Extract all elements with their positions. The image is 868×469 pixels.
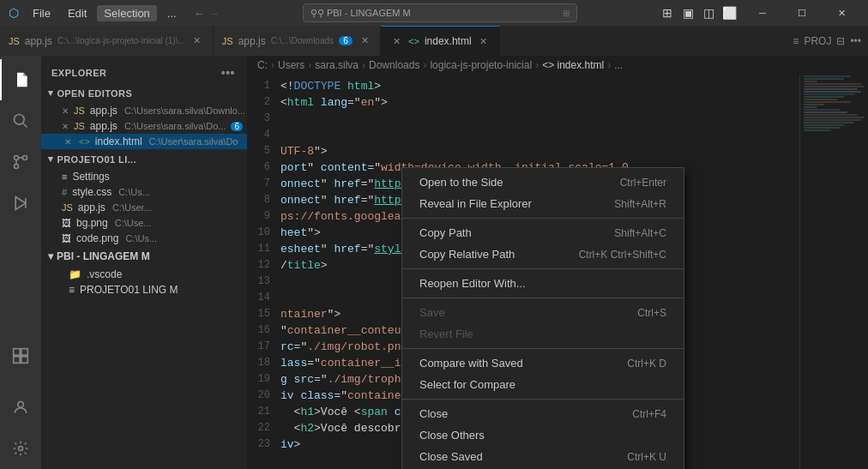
ctx-shortcut: Shift+Alt+C — [614, 227, 666, 239]
proj-label: PROJ — [804, 35, 831, 47]
tab-appjs-1[interactable]: JS app.js C:\...\logica-js-projeto-inici… — [0, 26, 214, 56]
ctx-reopen-with[interactable]: Reopen Editor With... — [402, 273, 684, 294]
tab-proj[interactable]: ≡ PROJ ⊟ ••• — [786, 26, 868, 56]
breadcrumb-file[interactable]: <> index.html — [542, 59, 604, 71]
file-item-codepng[interactable]: 🖼 code.png C:\Us... — [41, 231, 247, 246]
minimap-line — [804, 91, 861, 93]
minimize-button[interactable]: ─ — [743, 0, 782, 26]
tab-close-1[interactable]: ✕ — [190, 34, 204, 48]
ctx-copy-path[interactable]: Copy Path Shift+Alt+C — [402, 222, 684, 244]
line-number: 9 — [250, 208, 280, 225]
breadcrumb-project[interactable]: logica-js-projeto-inicial — [430, 59, 532, 71]
project2-header[interactable]: ▾ PBI - LINGAGEM M — [41, 248, 247, 265]
minimap-line — [804, 124, 844, 126]
sidebar-header-icons: ••• — [220, 64, 237, 81]
breadcrumb-c[interactable]: C: — [257, 59, 268, 71]
close-icon[interactable]: ✕ — [62, 135, 74, 147]
close-button[interactable]: ✕ — [822, 0, 861, 26]
file-item-stylecss[interactable]: # style.css C:\Us... — [41, 184, 247, 200]
ctx-sep-4 — [402, 348, 684, 349]
breadcrumb-more[interactable]: ... — [614, 59, 623, 71]
tab-indexhtml[interactable]: ✕ <> index.html ✕ — [381, 26, 500, 56]
file-name: bg.png — [76, 217, 108, 229]
activity-settings[interactable] — [0, 428, 41, 469]
ctx-select-compare[interactable]: Select for Compare — [402, 374, 684, 395]
ctx-open-side[interactable]: Open to the Side Ctrl+Enter — [402, 171, 684, 193]
new-file-icon[interactable]: ••• — [220, 64, 237, 81]
close-icon[interactable]: ✕ — [62, 105, 69, 117]
tab-label: app.js — [238, 35, 266, 47]
js-file-icon: JS — [74, 121, 85, 131]
sidebar: EXPLORER ••• ▾ OPEN EDITORS ✕ JS app.js … — [41, 56, 247, 469]
maximize-button[interactable]: ☐ — [782, 0, 822, 26]
line-number: 20 — [250, 388, 280, 404]
breadcrumb-sara[interactable]: sara.silva — [315, 59, 359, 71]
menu-file[interactable]: File — [26, 5, 57, 21]
ctx-close-saved[interactable]: Close Saved Ctrl+K U — [402, 446, 684, 467]
code-line-5: 5 UTF-8"> — [247, 143, 868, 159]
tab-close-2[interactable]: ✕ — [358, 34, 371, 48]
file-item-vscode[interactable]: 📁 .vscode — [41, 267, 247, 282]
menu-more[interactable]: ... — [160, 5, 184, 21]
file-path: C:\User... — [112, 202, 152, 213]
search-box[interactable]: ⚲ ⚲ PBI - LINGAGEM M ⊞ — [303, 3, 577, 22]
line-number: 21 — [250, 404, 280, 420]
ctx-label: Reopen Editor With... — [419, 277, 526, 290]
breadcrumb-users[interactable]: Users — [278, 59, 304, 71]
proj-more-icon[interactable]: ••• — [850, 35, 861, 47]
ctx-compare-saved[interactable]: Compare with Saved Ctrl+K D — [402, 352, 684, 374]
menu-selection[interactable]: Selection — [97, 5, 156, 21]
ctx-label: Select for Compare — [419, 378, 515, 391]
ctx-close[interactable]: Close Ctrl+F4 — [402, 403, 684, 424]
file-item-projeto01[interactable]: ≡ PROJETO01 LING M — [41, 282, 247, 298]
tab-close-x[interactable]: ✕ — [477, 34, 491, 48]
code-line-2: 2 <html lang="en"> — [247, 94, 868, 111]
activity-search[interactable] — [0, 100, 41, 141]
html-file-icon: <> — [79, 136, 90, 147]
open-editors-header[interactable]: ▾ OPEN EDITORS — [41, 85, 247, 101]
ctx-label: Compare with Saved — [419, 357, 523, 370]
ctx-shortcut: Ctrl+Enter — [620, 177, 666, 189]
minimap-content — [800, 75, 868, 469]
tab-close-active[interactable]: ✕ — [389, 34, 403, 48]
nav-forward[interactable]: → — [208, 7, 220, 20]
layout-icon-1[interactable]: ⊞ — [660, 6, 674, 20]
activity-extensions[interactable] — [0, 335, 41, 376]
ctx-label: Revert File — [419, 328, 473, 340]
file-item-indexhtml[interactable]: ✕ <> index.html C:\User\sara.silva\Do — [41, 134, 247, 149]
ctx-reveal-explorer[interactable]: Reveal in File Explorer Shift+Alt+R — [402, 193, 684, 214]
file-item-appjs-1[interactable]: ✕ JS app.js C:\Users\sara.silva\Downlo..… — [41, 103, 247, 118]
proj-layout-icon[interactable]: ⊟ — [836, 35, 845, 47]
project1-header[interactable]: ▾ PROJETO01 LI... — [41, 151, 247, 167]
svg-point-14 — [18, 401, 24, 407]
minimap-line — [804, 75, 851, 77]
file-item-appjs-2[interactable]: ✕ JS app.js C:\Users\sara.silva\Do... 6 — [41, 118, 247, 134]
tab-appjs-2[interactable]: JS app.js C:\...\Downloads 6 ✕ — [214, 26, 381, 56]
tab-path: C:\...\Downloads — [271, 36, 334, 45]
file-item-appjs-proj[interactable]: JS app.js C:\User... — [41, 200, 247, 215]
activity-run[interactable] — [0, 183, 41, 224]
breadcrumb-downloads[interactable]: Downloads — [369, 59, 419, 71]
minimap-line — [804, 117, 865, 118]
file-item-bgpng[interactable]: 🖼 bg.png C:\Use... — [41, 215, 247, 231]
file-item-settings[interactable]: ≡ Settings — [41, 169, 247, 184]
minimap-line — [804, 104, 824, 105]
search-area: ⚲ ⚲ PBI - LINGAGEM M ⊞ — [226, 3, 654, 22]
activity-source-control[interactable] — [0, 141, 41, 183]
project1-section: ≡ Settings # style.css C:\Us... JS app.j… — [41, 167, 247, 248]
activity-account[interactable] — [0, 387, 41, 428]
layout-icon-3[interactable]: ◫ — [702, 6, 715, 20]
ctx-copy-relative[interactable]: Copy Relative Path Ctrl+K Ctrl+Shift+C — [402, 244, 684, 265]
activity-bar — [0, 56, 41, 469]
ctx-revert[interactable]: Revert File — [402, 323, 684, 345]
menu-edit[interactable]: Edit — [61, 5, 93, 21]
close-icon[interactable]: ✕ — [62, 120, 69, 132]
nav-back[interactable]: ← — [194, 7, 205, 20]
title-bar: ⬡ File Edit Selection ... ← → ⚲ ⚲ PBI - … — [0, 0, 868, 26]
menu-bar: File Edit Selection ... — [26, 5, 184, 21]
activity-files[interactable] — [0, 59, 41, 100]
layout-icon-4[interactable]: ⬜ — [722, 6, 736, 20]
ctx-close-others[interactable]: Close Others — [402, 424, 684, 446]
ctx-save[interactable]: Save Ctrl+S — [402, 302, 684, 323]
layout-icon-2[interactable]: ▣ — [681, 6, 695, 20]
